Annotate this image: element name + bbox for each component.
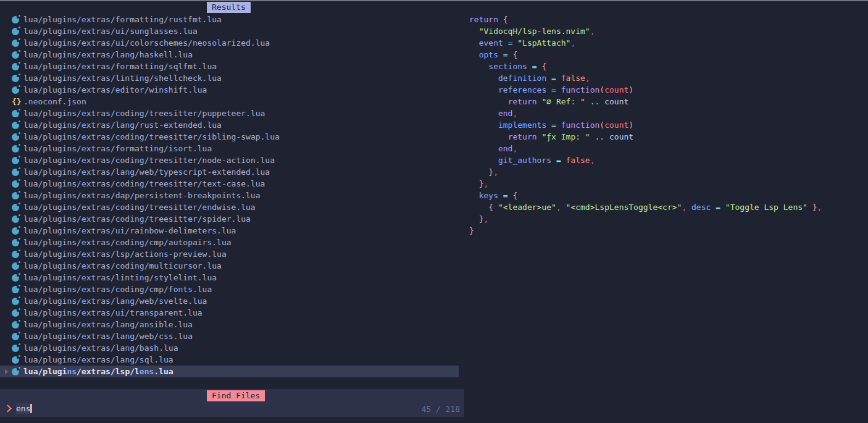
result-row[interactable]: lua/plugins/extras/coding/treesitter/spi… bbox=[0, 213, 464, 225]
match-highlight: n bbox=[135, 260, 140, 272]
result-row[interactable]: lua/plugins/extras/ui/sunglasses.lua bbox=[0, 25, 464, 37]
result-row[interactable]: lua/plugins/extras/ui/rainbow-delimeters… bbox=[0, 225, 464, 237]
code-line: opts = { bbox=[469, 49, 822, 61]
result-row[interactable]: lua/plugins/extras/dap/persistent-breakp… bbox=[0, 190, 464, 201]
lua-file-icon bbox=[12, 356, 19, 364]
result-row[interactable]: lua/plugins/extras/coding/cmp/fonts.lua bbox=[0, 283, 464, 295]
match-highlight: s bbox=[154, 272, 159, 283]
match-highlight: e bbox=[81, 14, 86, 25]
result-row[interactable]: lua/plugins/extras/lsp/actions-preview.l… bbox=[0, 248, 464, 260]
path-text: xtras/formatti bbox=[86, 14, 154, 25]
result-row[interactable]: lua/plugins/extras/lang/sql.lua bbox=[0, 354, 464, 366]
match-highlight: s bbox=[72, 96, 77, 107]
path-text: itter/node-action.lua bbox=[173, 154, 275, 166]
code-line: sections = { bbox=[469, 61, 822, 72]
result-row[interactable]: lua/plugins/extras/coding/treesitter/pup… bbox=[0, 107, 464, 119]
result-row[interactable]: {}.neoconf.json bbox=[0, 96, 464, 107]
result-row[interactable]: lua/plugins/extras/formatting/sqlfmt.lua bbox=[0, 61, 464, 72]
code-token bbox=[604, 132, 609, 141]
path-text: lua/plugins/ bbox=[23, 166, 81, 178]
result-row[interactable]: lua/plugins/extras/coding/treesitter/nod… bbox=[0, 154, 464, 166]
code-token: git_authors bbox=[498, 156, 551, 165]
result-row[interactable]: lua/plugins/extras/coding/treesitter/tex… bbox=[0, 178, 464, 190]
code-line: keys = { bbox=[469, 190, 822, 201]
match-highlight: n bbox=[193, 37, 198, 49]
prompt-box[interactable]: Find Files ens 45 / 218 bbox=[0, 389, 464, 417]
code-token: references bbox=[498, 85, 546, 94]
match-highlight: s bbox=[178, 14, 183, 25]
match-highlight: n bbox=[125, 119, 130, 131]
prompt-query-text[interactable]: ens bbox=[16, 403, 30, 414]
result-row[interactable]: lua/plugins/extras/lang/bash.lua bbox=[0, 342, 464, 354]
match-highlight: n bbox=[144, 225, 149, 237]
lua-file-icon bbox=[12, 63, 19, 70]
path-text: ditor/wi bbox=[120, 84, 159, 96]
code-line: return { bbox=[469, 14, 822, 25]
code-token: , bbox=[483, 214, 488, 224]
code-token: , bbox=[512, 109, 517, 118]
result-row[interactable]: lua/plugins/extras/ui/colorschemes/neoso… bbox=[0, 37, 464, 49]
result-row[interactable]: lua/plugins/extras/formatting/isort.lua bbox=[0, 143, 464, 154]
json-file-icon: {} bbox=[12, 96, 19, 107]
code-token: ) bbox=[628, 85, 633, 94]
lua-file-icon bbox=[12, 321, 19, 329]
code-token bbox=[469, 120, 498, 130]
match-highlight: en bbox=[202, 201, 212, 213]
result-row[interactable]: lua/plugins/extras/editor/winshift.lua bbox=[0, 84, 464, 96]
code-token bbox=[686, 203, 691, 212]
result-row[interactable]: lua/plugins/extras/linting/stylelint.lua bbox=[0, 272, 464, 283]
path-text: lua/plugins/ bbox=[23, 307, 81, 319]
match-highlight: s bbox=[173, 143, 178, 154]
result-row[interactable]: lua/plugins/extras/lang/web/svelte.lua bbox=[0, 295, 464, 307]
code-token bbox=[561, 203, 566, 212]
path-text: xtras/coding/cmp/fo bbox=[86, 283, 178, 295]
path-text: lua/plugins/extras/ bbox=[23, 84, 115, 96]
path-text: xtras/ui/tra bbox=[86, 307, 144, 319]
lua-file-icon bbox=[12, 169, 19, 176]
code-token: count bbox=[604, 120, 628, 130]
result-row[interactable]: lua/plugins/extras/lang/ansible.lua bbox=[0, 319, 464, 330]
code-token: return bbox=[469, 15, 498, 24]
code-line: git_authors = false, bbox=[469, 154, 822, 166]
result-row[interactable]: lua/plugins/extras/lang/web/css.lua bbox=[0, 330, 464, 342]
result-row[interactable]: lua/plugins/extras/lang/haskell.lua bbox=[0, 49, 464, 61]
match-highlight: e bbox=[81, 248, 86, 260]
code-token bbox=[711, 203, 716, 212]
code-token bbox=[599, 97, 604, 106]
path-text: xtras/codi bbox=[86, 107, 135, 119]
match-highlight: e bbox=[81, 131, 86, 143]
path-text: g/ha bbox=[130, 49, 149, 61]
result-row[interactable]: lua/plugins/extras/lang/rust-extended.lu… bbox=[0, 119, 464, 131]
match-highlight: n bbox=[125, 342, 130, 354]
text-cursor bbox=[30, 404, 32, 413]
result-row[interactable]: lua/plugins/extras/coding/treesitter/end… bbox=[0, 201, 464, 213]
code-token: = bbox=[556, 156, 561, 165]
results-panel-title: Results bbox=[207, 2, 251, 13]
path-text: lua/plugins/ bbox=[23, 14, 81, 25]
result-row[interactable]: lua/plugins/extras/ui/transparent.lua bbox=[0, 307, 464, 319]
prompt-input[interactable]: ens bbox=[5, 402, 32, 414]
lua-file-icon bbox=[12, 274, 19, 282]
path-text: tylelint.lua bbox=[159, 272, 217, 283]
code-token bbox=[498, 50, 503, 59]
result-row[interactable]: lua/plugins/extras/coding/multicursor.lu… bbox=[0, 260, 464, 272]
match-highlight: e bbox=[81, 225, 86, 237]
result-row[interactable]: lua/plugins/extras/coding/cmp/autopairs.… bbox=[0, 237, 464, 248]
code-token: sections bbox=[488, 62, 527, 71]
result-row[interactable]: lua/plugins/extras/formatting/rustfmt.lu… bbox=[0, 14, 464, 25]
result-row[interactable]: lua/plugins/extras/lang/web/typescript-e… bbox=[0, 166, 464, 178]
result-row[interactable]: lua/plugins/extras/coding/treesitter/sib… bbox=[0, 131, 464, 143]
code-token bbox=[469, 167, 488, 177]
path-text: akpoi bbox=[202, 190, 227, 201]
result-row[interactable]: lua/plugins/extras/linting/shellcheck.lu… bbox=[0, 72, 464, 84]
result-row-selected[interactable]: lua/plugins/extras/lsp/lens.lua bbox=[0, 366, 459, 377]
match-highlight: e bbox=[178, 37, 183, 49]
path-text: ses.lua bbox=[164, 25, 198, 37]
path-text: pider.lua bbox=[207, 213, 250, 225]
path-text: xtras/ui/rai bbox=[86, 225, 144, 237]
match-highlight: s bbox=[207, 37, 212, 49]
match-highlight: n bbox=[135, 131, 140, 143]
file-preview-pane: File Preview return { "VidocqH/lsp-lens.… bbox=[464, 1, 868, 389]
code-token bbox=[469, 132, 508, 141]
code-token bbox=[469, 27, 479, 36]
